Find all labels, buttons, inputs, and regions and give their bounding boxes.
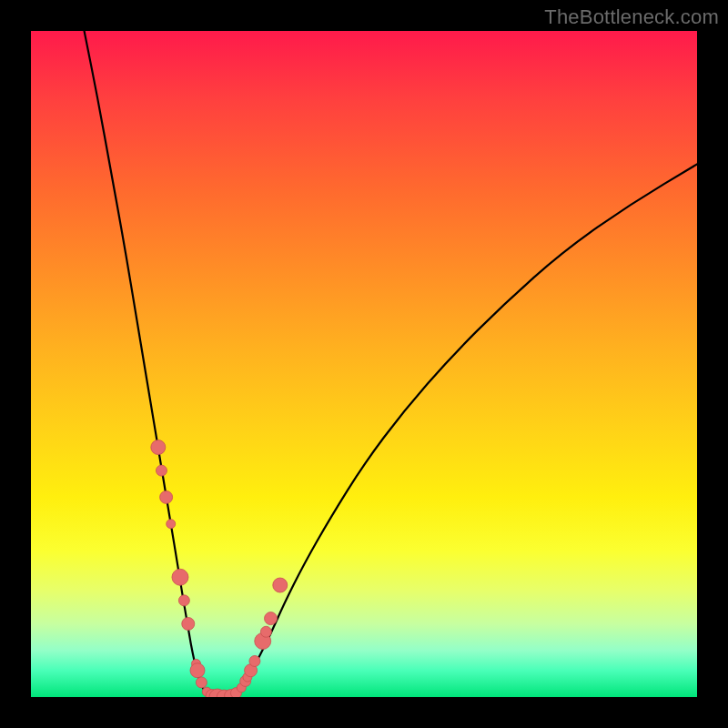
data-point bbox=[196, 677, 207, 688]
data-point bbox=[178, 595, 189, 606]
data-point bbox=[160, 490, 173, 503]
data-point bbox=[249, 655, 260, 666]
data-point bbox=[190, 663, 205, 678]
marker-group bbox=[151, 440, 288, 698]
data-point bbox=[182, 617, 195, 630]
data-point bbox=[167, 520, 176, 529]
data-point bbox=[260, 626, 271, 637]
data-point bbox=[172, 569, 188, 585]
bottleneck-curve bbox=[85, 31, 697, 697]
data-point bbox=[156, 465, 167, 476]
data-point bbox=[151, 440, 166, 455]
data-point bbox=[273, 578, 288, 592]
plot-area bbox=[31, 31, 697, 697]
curve-svg bbox=[31, 31, 697, 697]
data-point bbox=[265, 612, 278, 625]
watermark-text: TheBottleneck.com bbox=[544, 5, 719, 29]
chart-frame: TheBottleneck.com bbox=[0, 0, 728, 728]
